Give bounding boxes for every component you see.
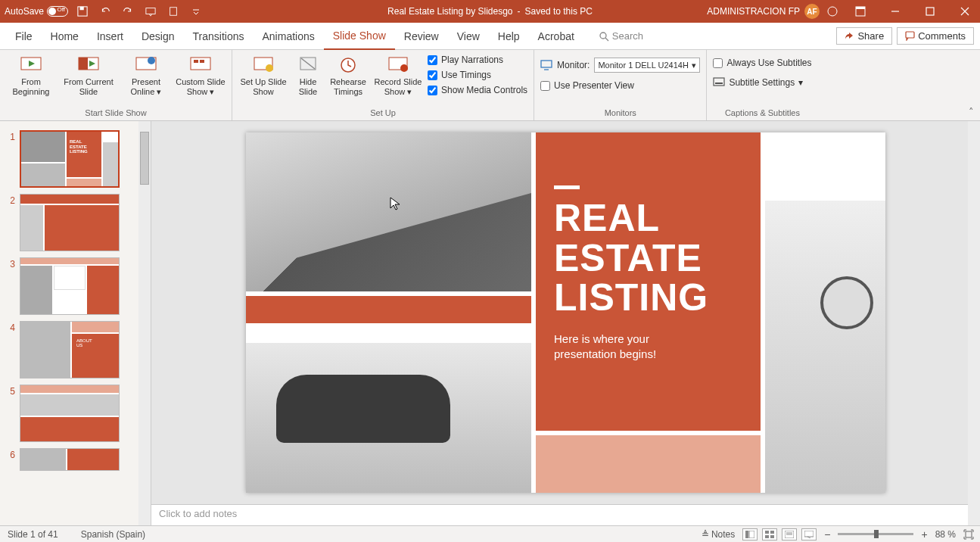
- svg-rect-38: [770, 535, 774, 538]
- tab-animations[interactable]: Animations: [253, 23, 323, 50]
- thumbnail-1[interactable]: REALESTATELISTING: [20, 130, 120, 188]
- svg-point-28: [400, 64, 408, 72]
- fit-to-window-button[interactable]: [963, 529, 974, 540]
- svg-rect-13: [906, 32, 914, 38]
- use-timings-checkbox[interactable]: Use Timings: [428, 70, 527, 80]
- save-icon[interactable]: [74, 3, 91, 20]
- qat-more-icon[interactable]: [188, 3, 204, 20]
- monitor-icon: [540, 60, 552, 70]
- record-icon: [387, 55, 409, 76]
- svg-rect-2: [146, 8, 155, 14]
- minimize-button[interactable]: [880, 0, 910, 23]
- title-bar: AutoSave Off Real Estate Listing by Slid…: [0, 0, 980, 23]
- tab-home[interactable]: Home: [42, 23, 88, 50]
- collapse-ribbon-button[interactable]: ˄: [969, 106, 974, 117]
- share-icon: [845, 31, 854, 41]
- tab-insert[interactable]: Insert: [88, 23, 132, 50]
- zoom-in-button[interactable]: +: [921, 528, 927, 540]
- notes-toggle[interactable]: ≜ Notes: [702, 529, 735, 540]
- tab-design[interactable]: Design: [132, 23, 184, 50]
- from-beginning-button[interactable]: From Beginning: [6, 53, 56, 96]
- zoom-out-button[interactable]: −: [824, 528, 830, 540]
- svg-point-11: [600, 33, 606, 39]
- search-box[interactable]: Search: [599, 30, 643, 42]
- play-narrations-checkbox[interactable]: Play Narrations: [428, 55, 527, 65]
- setup-slideshow-button[interactable]: Set Up Slide Show: [238, 53, 288, 96]
- group-label-captions: Captions & Subtitles: [713, 107, 811, 120]
- svg-rect-6: [856, 7, 865, 9]
- avatar[interactable]: AF: [804, 4, 820, 19]
- rehearse-icon: [339, 55, 357, 76]
- thumbnail-5[interactable]: [20, 385, 120, 442]
- tab-slide-show[interactable]: Slide Show: [324, 23, 395, 50]
- monitor-select[interactable]: Monitor 1 DELL U2414H ▾: [594, 58, 700, 73]
- svg-rect-3: [170, 8, 177, 16]
- record-button[interactable]: Record Slide Show ▾: [373, 53, 423, 96]
- chevron-down-icon: ▾: [692, 61, 696, 70]
- svg-rect-20: [194, 60, 198, 63]
- group-label-monitors: Monitors: [540, 107, 700, 120]
- editor-scrollbar[interactable]: [968, 121, 980, 525]
- svg-rect-36: [770, 531, 774, 534]
- tab-review[interactable]: Review: [395, 23, 448, 50]
- reading-view-button[interactable]: [782, 528, 797, 540]
- svg-rect-42: [804, 531, 814, 537]
- always-subtitles-checkbox[interactable]: Always Use Subtitles: [713, 58, 811, 68]
- touch-mode-icon[interactable]: [165, 3, 182, 20]
- show-media-checkbox[interactable]: Show Media Controls: [428, 85, 527, 95]
- group-label-start: Start Slide Show: [6, 107, 226, 120]
- share-button[interactable]: Share: [836, 27, 892, 45]
- slide-thumbnails-panel: 1 REALESTATELISTING 2 3: [0, 121, 151, 525]
- from-current-button[interactable]: From Current Slide: [61, 53, 117, 96]
- subtitle-icon: [713, 77, 725, 88]
- tab-view[interactable]: View: [448, 23, 489, 50]
- svg-rect-37: [765, 535, 769, 538]
- svg-rect-33: [745, 531, 748, 538]
- svg-line-12: [605, 38, 608, 41]
- tab-transitions[interactable]: Transitions: [184, 23, 254, 50]
- from-beginning-icon: [20, 55, 42, 76]
- face-feedback-icon[interactable]: [824, 3, 841, 20]
- rehearse-button[interactable]: Rehearse Timings: [328, 53, 369, 96]
- sorter-view-button[interactable]: [762, 528, 777, 540]
- custom-slideshow-button[interactable]: Custom Slide Show ▾: [176, 53, 226, 96]
- slideshow-view-button[interactable]: [801, 528, 817, 540]
- slide-canvas[interactable]: REALESTATELISTING Here is where yourpres…: [246, 132, 885, 493]
- slideshow-quick-icon[interactable]: [142, 3, 159, 20]
- subtitle-settings-button[interactable]: Subtitle Settings▾: [713, 77, 811, 88]
- thumbnail-4[interactable]: ABOUTUS: [20, 321, 120, 378]
- comment-icon: [905, 31, 915, 41]
- group-label-setup: Set Up: [238, 107, 527, 120]
- svg-rect-19: [191, 58, 210, 70]
- autosave-toggle[interactable]: AutoSave Off: [5, 6, 68, 17]
- svg-rect-31: [714, 78, 724, 86]
- custom-slideshow-icon: [189, 55, 212, 76]
- present-online-button[interactable]: Present Online ▾: [121, 53, 171, 96]
- thumbnails-scrollbar[interactable]: [138, 121, 151, 525]
- presenter-view-checkbox[interactable]: Use Presenter View: [540, 80, 700, 91]
- hide-slide-button[interactable]: Hide Slide: [293, 53, 323, 96]
- zoom-slider[interactable]: [838, 533, 913, 535]
- close-button[interactable]: [950, 0, 980, 23]
- user-name: ADMINISTRACION FP: [707, 6, 800, 17]
- redo-icon[interactable]: [120, 3, 136, 20]
- comments-button[interactable]: Comments: [897, 27, 974, 45]
- ribbon-display-icon[interactable]: [845, 0, 876, 23]
- present-online-icon: [135, 55, 157, 76]
- normal-view-button[interactable]: [742, 528, 758, 540]
- thumbnail-3[interactable]: [20, 257, 120, 315]
- thumbnail-6[interactable]: [20, 448, 120, 471]
- maximize-button[interactable]: [915, 0, 945, 23]
- undo-icon[interactable]: [97, 3, 114, 20]
- slide-image-building: [246, 132, 531, 291]
- tab-acrobat[interactable]: Acrobat: [529, 23, 583, 50]
- language-indicator[interactable]: Spanish (Spain): [81, 529, 145, 540]
- setup-icon: [253, 55, 274, 76]
- tab-help[interactable]: Help: [489, 23, 529, 50]
- slide-title-box: REALESTATELISTING Here is where yourpres…: [536, 132, 761, 431]
- notes-pane[interactable]: Click to add notes: [151, 504, 980, 525]
- svg-rect-32: [715, 83, 723, 84]
- zoom-percent[interactable]: 88 %: [935, 529, 956, 540]
- tab-file[interactable]: File: [6, 23, 42, 50]
- thumbnail-2[interactable]: [20, 194, 120, 251]
